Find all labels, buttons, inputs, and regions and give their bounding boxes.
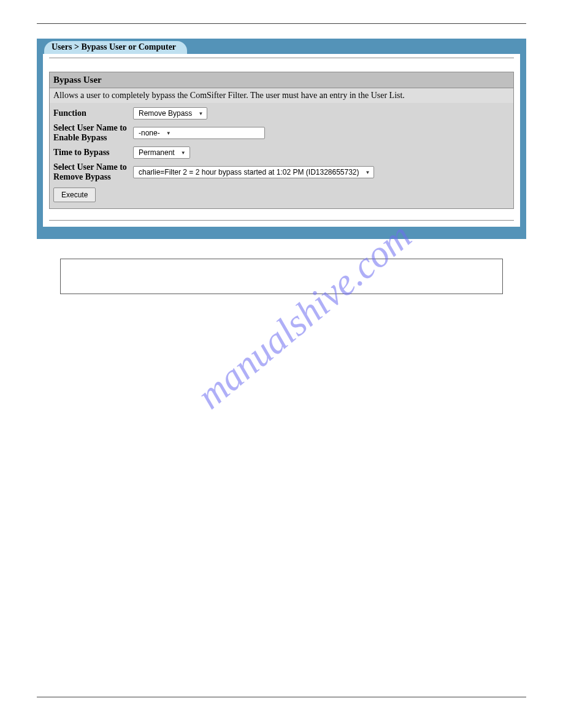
bypass-user-section: Bypass User Allows a user to completely … [49, 72, 514, 209]
chevron-down-icon: ▼ [366, 170, 370, 175]
inner-divider-top [49, 58, 514, 58]
section-title: Bypass User [50, 72, 513, 88]
chevron-down-icon: ▼ [181, 150, 186, 156]
section-description: Allows a user to completely bypass the C… [50, 88, 513, 103]
row-time: Time to Bypass Permanent ▼ [53, 145, 510, 161]
select-time-value: Permanent [139, 148, 181, 157]
tab-bar: Users > Bypass User or Computer [43, 39, 520, 54]
outer-panel: Users > Bypass User or Computer Bypass U… [37, 39, 526, 239]
row-function: Function Remove Bypass ▼ [53, 105, 510, 121]
select-time[interactable]: Permanent ▼ [133, 146, 190, 159]
watermark: manualshive.com [189, 214, 420, 417]
row-enable-user: Select User Name to Enable Bypass -none-… [53, 121, 510, 145]
row-remove-user: Select User Name to Remove Bypass charli… [53, 161, 510, 184]
empty-box [60, 259, 503, 294]
chevron-down-icon: ▼ [166, 131, 171, 136]
select-remove-user[interactable]: charlie=Filter 2 = 2 hour bypass started… [133, 166, 374, 178]
label-function: Function [53, 108, 133, 118]
chevron-down-icon: ▼ [198, 111, 203, 116]
select-enable-user[interactable]: -none- ▼ [133, 127, 265, 139]
form-body: Function Remove Bypass ▼ Select User Nam… [50, 103, 513, 208]
bottom-divider [37, 697, 526, 697]
execute-button[interactable]: Execute [53, 188, 96, 202]
inner-divider-bottom [49, 220, 514, 221]
select-remove-user-value: charlie=Filter 2 = 2 hour bypass started… [139, 168, 366, 176]
select-function[interactable]: Remove Bypass ▼ [133, 107, 207, 119]
inner-panel: Bypass User Allows a user to completely … [43, 54, 520, 227]
select-enable-user-value: -none- [139, 129, 166, 137]
label-enable-user: Select User Name to Enable Bypass [53, 123, 133, 143]
top-divider [37, 23, 526, 24]
label-time: Time to Bypass [53, 148, 133, 157]
select-function-value: Remove Bypass [139, 109, 198, 118]
label-remove-user: Select User Name to Remove Bypass [53, 162, 133, 182]
tab-bypass[interactable]: Users > Bypass User or Computer [44, 41, 187, 54]
